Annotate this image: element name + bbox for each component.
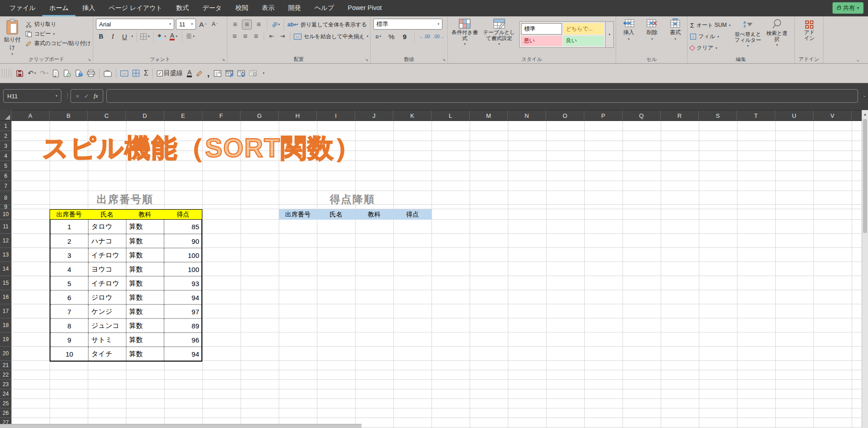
- page-setup-button[interactable]: [104, 70, 112, 77]
- menu-tab[interactable]: 数式: [169, 0, 196, 16]
- cell-number[interactable]: 3: [50, 248, 88, 262]
- decrease-indent-icon[interactable]: ⇤: [267, 32, 276, 41]
- delete-cells-button[interactable]: 削除 ▾: [642, 19, 662, 55]
- row-header[interactable]: 14: [0, 262, 11, 276]
- header-cell[interactable]: 氏名: [88, 210, 126, 219]
- format-painter-button[interactable]: 書式のコピー/貼り付け: [25, 40, 91, 47]
- vertical-scrollbar-thumb[interactable]: [863, 119, 867, 233]
- select-all-button[interactable]: [0, 110, 11, 121]
- conditional-formatting-button[interactable]: 条件付き書式 ▾: [451, 19, 479, 55]
- font-color-button[interactable]: A ▾: [169, 31, 179, 42]
- menu-tab[interactable]: ヘルプ: [308, 0, 341, 16]
- column-header[interactable]: M: [470, 111, 508, 121]
- header-cell[interactable]: 氏名: [317, 209, 355, 220]
- column-header[interactable]: B: [50, 111, 88, 121]
- column-header[interactable]: Q: [622, 111, 661, 121]
- bold-button[interactable]: B: [96, 31, 106, 42]
- merge-center-button[interactable]: ↔ セルを結合して中央揃え ▾: [294, 33, 368, 40]
- collapse-ribbon-button[interactable]: ⌄: [856, 57, 860, 62]
- number-format-select[interactable]: 標準 ▾: [373, 19, 442, 30]
- cell-number[interactable]: 7: [50, 305, 88, 318]
- format-cells-button[interactable]: 書式 ▾: [666, 19, 685, 55]
- row-header[interactable]: 11: [0, 220, 11, 234]
- header-cell[interactable]: 得点: [164, 210, 202, 219]
- row-header[interactable]: 15: [0, 276, 11, 290]
- all-borders-button[interactable]: [132, 70, 140, 77]
- percent-style-button[interactable]: %: [386, 31, 396, 42]
- column-header[interactable]: J: [355, 111, 393, 121]
- column-header[interactable]: W: [852, 111, 862, 121]
- align-right-icon[interactable]: ≡: [251, 32, 261, 41]
- autosum-button[interactable]: Σ オート SUM ▾: [690, 21, 731, 29]
- increase-indent-icon[interactable]: ⇥: [278, 32, 287, 41]
- lookup-sheet-disabled-button[interactable]: [249, 70, 257, 77]
- column-header[interactable]: O: [546, 111, 584, 121]
- row-header[interactable]: 3: [0, 141, 11, 151]
- find-select-button[interactable]: 検索と選択 ▾: [765, 19, 789, 55]
- sort-filter-button[interactable]: AZ 並べ替えとフィルター ▾: [733, 19, 763, 55]
- redo-button[interactable]: ↷▾: [40, 69, 48, 77]
- cell-subject[interactable]: 算数: [126, 262, 164, 276]
- font-name-select[interactable]: Arial ▾: [96, 19, 174, 30]
- cell-score[interactable]: 85: [164, 220, 201, 234]
- cell-name[interactable]: ヨウコ: [88, 262, 126, 276]
- gallery-more-button[interactable]: ▾: [606, 21, 614, 48]
- row-header[interactable]: 13: [0, 248, 11, 262]
- row-header[interactable]: 1: [0, 121, 11, 131]
- align-middle-icon[interactable]: ≡: [242, 20, 252, 30]
- column-header[interactable]: N: [508, 111, 546, 121]
- header-cell[interactable]: 出席番号: [279, 209, 317, 220]
- cell-name[interactable]: ハナコ: [88, 234, 126, 248]
- menu-tab[interactable]: ファイル: [3, 0, 42, 16]
- formula-bar-splitter[interactable]: ⋮: [65, 92, 70, 99]
- form-dialog-button[interactable]: [214, 70, 221, 77]
- column-header[interactable]: I: [317, 111, 355, 121]
- print-preview-full-button[interactable]: [63, 70, 71, 77]
- column-header[interactable]: D: [126, 111, 164, 121]
- cell-name[interactable]: ケンジ: [88, 305, 126, 318]
- clear-button[interactable]: クリア ▾: [690, 44, 731, 52]
- column-header[interactable]: S: [699, 111, 737, 121]
- cell-number[interactable]: 6: [50, 291, 88, 304]
- cell-score[interactable]: 97: [164, 305, 201, 318]
- column-header[interactable]: H: [279, 111, 317, 121]
- row-header[interactable]: 10: [0, 209, 11, 220]
- row-header[interactable]: 9: [0, 205, 11, 209]
- row-header[interactable]: 26: [0, 408, 11, 418]
- menu-tab[interactable]: 挿入: [75, 0, 102, 16]
- cell-number[interactable]: 4: [50, 262, 88, 276]
- align-center-icon[interactable]: ≡: [241, 32, 250, 41]
- cell-style-good[interactable]: 良い: [563, 36, 604, 46]
- cell-score[interactable]: 94: [164, 291, 201, 304]
- cell-score[interactable]: 96: [164, 333, 201, 347]
- dialog-launcher-icon[interactable]: ↘: [442, 57, 446, 62]
- row-header[interactable]: 4: [0, 151, 11, 161]
- cell-number[interactable]: 9: [50, 333, 88, 347]
- row-header[interactable]: 2: [0, 131, 11, 141]
- fill-button[interactable]: ↓ フィル ▾: [690, 33, 731, 40]
- row-header[interactable]: 22: [0, 370, 11, 380]
- undo-button[interactable]: ↶▾: [28, 69, 36, 77]
- column-header[interactable]: C: [88, 111, 126, 121]
- cell-score[interactable]: 93: [164, 277, 201, 290]
- print-button[interactable]: [87, 70, 95, 77]
- header-cell[interactable]: 教科: [355, 209, 393, 220]
- paste-button[interactable]: 貼り付け ▾: [3, 19, 22, 56]
- row-header[interactable]: 17: [0, 304, 11, 318]
- accounting-format-button[interactable]: ¤ ▾: [373, 31, 383, 42]
- toolbar-grip[interactable]: [2, 69, 12, 78]
- formula-input[interactable]: [106, 89, 858, 103]
- menu-tab[interactable]: 校閲: [229, 0, 255, 16]
- decrease-decimal-button[interactable]: .00→: [433, 34, 444, 39]
- cell-style-normal[interactable]: 標準: [521, 23, 562, 35]
- column-header[interactable]: F: [202, 111, 241, 121]
- cell-name[interactable]: タイチ: [88, 347, 126, 361]
- cell-score[interactable]: 90: [164, 234, 201, 248]
- cell-subject[interactable]: 算数: [126, 305, 164, 318]
- dialog-launcher-icon[interactable]: ↘: [221, 57, 225, 62]
- insert-cells-button[interactable]: 挿入 ▾: [619, 19, 638, 55]
- grow-font-button[interactable]: A^: [198, 19, 208, 30]
- copy-button[interactable]: コピー ▾: [25, 30, 91, 38]
- row-header[interactable]: 18: [0, 318, 11, 332]
- cell-subject[interactable]: 算数: [126, 234, 164, 248]
